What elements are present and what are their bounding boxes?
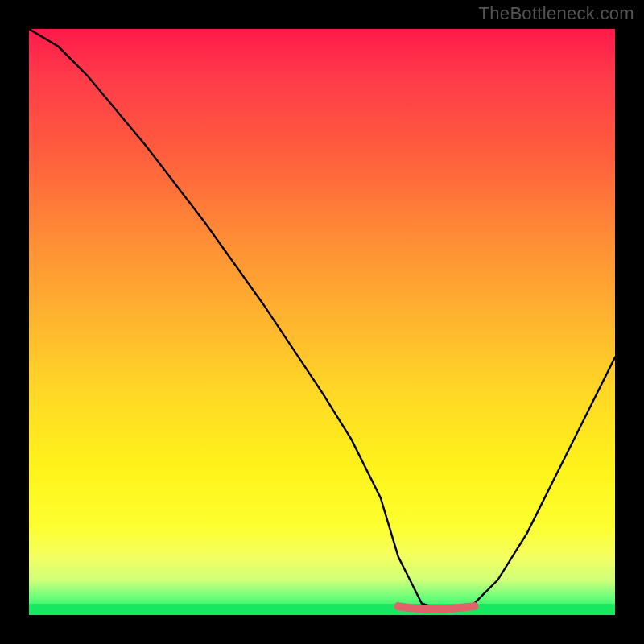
- bottleneck-chart: [29, 29, 615, 615]
- bottleneck-curve: [29, 29, 615, 609]
- chart-svg: [29, 29, 615, 615]
- optimal-marker-curve: [398, 606, 475, 609]
- attribution-text: TheBottleneck.com: [479, 3, 634, 24]
